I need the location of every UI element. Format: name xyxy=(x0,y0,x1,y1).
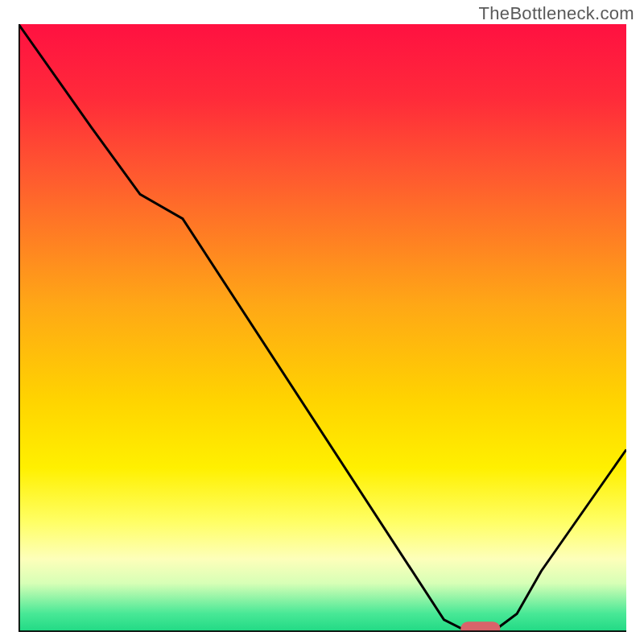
bottleneck-chart xyxy=(19,24,626,632)
chart-svg xyxy=(19,24,626,632)
watermark-text: TheBottleneck.com xyxy=(479,3,634,24)
optimal-marker xyxy=(460,621,500,632)
plot-background xyxy=(19,24,626,632)
